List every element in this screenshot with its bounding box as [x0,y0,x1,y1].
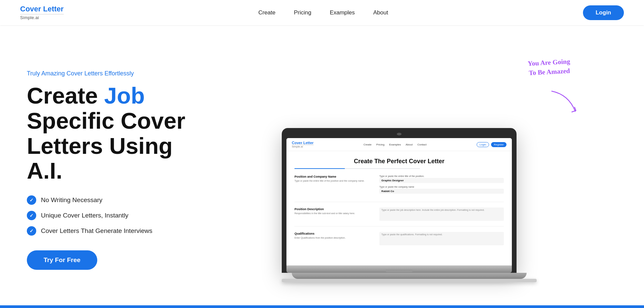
section3-label: Qualifications [294,232,374,235]
check-icon-1: ✓ [27,195,36,205]
check-icon-2: ✓ [27,211,36,220]
section1-label: Position and Company Name [294,175,374,178]
section3-right: Type or paste the qualifications. Format… [379,232,504,245]
annotation-arrow [548,88,582,116]
login-button[interactable]: Login [583,5,624,20]
nav-link-about[interactable]: About [373,9,388,16]
screen-section-2: Position Description Responsibilities in… [294,207,504,227]
laptop-foot [282,279,537,282]
headline-prefix: Create [27,83,104,108]
hero-left-content: Truly Amazing Cover Letters Effortlessly… [27,70,201,270]
checklist-item-3: ✓ Cover Letters That Generate Interviews [27,226,201,236]
screen-section-1: Position and Company Name Type or paste … [294,175,504,202]
screen-logo-sub: Simple.ai [292,145,314,148]
hero-right-content: You Are Going To Be Amazed Cover Letter [201,58,617,282]
section2-right: Type or paste the job description here. … [379,207,504,221]
laptop-body: Cover Letter Simple.ai Create Pricing Ex… [282,128,517,273]
nav-link-create[interactable]: Create [258,9,275,16]
screen-navbar: Cover Letter Simple.ai Create Pricing Ex… [286,138,512,151]
nav-link-examples[interactable]: Examples [330,9,355,16]
checklist-item-1: ✓ No Writing Necessary [27,195,201,205]
field4-area[interactable]: Type or paste the qualifications. Format… [379,232,504,245]
feature-checklist: ✓ No Writing Necessary ✓ Unique Cover Le… [27,195,201,236]
hero-headline: Create Job Specific CoverLetters Using A… [27,83,201,183]
nav-links: Create Pricing Examples About [258,9,388,16]
laptop-mockup: Cover Letter Simple.ai Create Pricing Ex… [282,101,537,282]
logo: Cover Letter Simple.ai [20,5,64,20]
screen-nav-examples: Examples [389,143,401,146]
checklist-label-2: Unique Cover Letters, Instantly [41,212,128,219]
hero-tagline: Truly Amazing Cover Letters Effortlessly [27,70,201,77]
headline-blue: Job [104,83,145,108]
screen-section-3: Qualifications Enter Qualifications from… [294,232,504,251]
screen-body: Create The Perfect Cover Letter Position… [286,151,512,263]
field1-value: Graphic Designer [379,178,504,183]
screen-nav-links: Create Pricing Examples About Contact [364,143,427,146]
section3-left: Qualifications Enter Qualifications from… [294,232,374,245]
screen-nav-pricing: Pricing [376,143,384,146]
check-icon-3: ✓ [27,226,36,236]
nav-link-pricing[interactable]: Pricing [294,9,311,16]
hero-section: Truly Amazing Cover Letters Effortlessly… [0,25,644,308]
field1-label: Type or paste the entire title of the po… [379,175,504,177]
logo-subtitle: Simple.ai [20,14,64,20]
screen-nav-buttons: Login Register [477,142,506,147]
section2-desc: Responsibilities in the title sub-text a… [294,212,374,215]
laptop-base [286,265,512,273]
checklist-label-1: No Writing Necessary [41,196,102,204]
checklist-label-3: Cover Letters That Generate Interviews [41,227,152,235]
section2-label: Position Description [294,207,374,211]
logo-title: Cover Letter [20,5,64,13]
annotation-text: You Are Going To Be Amazed [527,57,571,78]
screen-nav-about: About [406,143,413,146]
screen-nav-contact: Contact [417,143,427,146]
section2-left: Position Description Responsibilities in… [294,207,374,221]
checklist-item-2: ✓ Unique Cover Letters, Instantly [27,211,201,220]
screen-page-title: Create The Perfect Cover Letter [294,158,504,165]
laptop-camera [397,133,401,135]
screen-nav-create: Create [364,143,372,146]
screen-register-btn[interactable]: Register [491,142,506,147]
field3-area[interactable]: Type or paste the job description here. … [379,207,504,221]
screen-logo-wrap: Cover Letter Simple.ai [292,141,314,148]
laptop-stand [292,273,527,279]
screen-divider [294,168,420,169]
bottom-accent-bar [0,305,644,308]
field2-label: Type or paste the company name [379,186,504,188]
section3-desc: Enter Qualifications from the position d… [294,236,374,240]
laptop-hinge-notch [386,269,413,272]
navbar: Cover Letter Simple.ai Create Pricing Ex… [0,0,644,25]
laptop-screen: Cover Letter Simple.ai Create Pricing Ex… [286,138,512,265]
screen-login-btn[interactable]: Login [477,142,489,147]
section1-left: Position and Company Name Type or paste … [294,175,374,196]
section1-right: Type or paste the entire title of the po… [379,175,504,196]
screen-logo: Cover Letter [292,141,314,145]
try-for-free-button[interactable]: Try For Free [27,250,97,270]
section1-desc: Type or paste the entire title of the po… [294,179,374,183]
field2-value: Rabbit Co [379,189,504,194]
